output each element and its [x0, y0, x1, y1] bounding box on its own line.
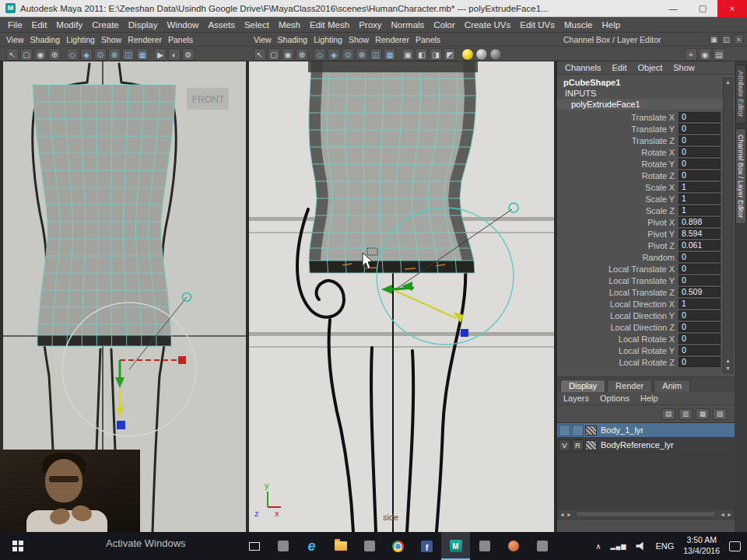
- channel-label[interactable]: Translate Y: [557, 124, 679, 134]
- menu-item[interactable]: Proxy: [354, 20, 386, 30]
- channel-label[interactable]: Rotate Y: [557, 159, 679, 169]
- layer-color-swatch[interactable]: [585, 425, 597, 436]
- viewport-menu-item[interactable]: Show: [345, 35, 372, 44]
- channel-label[interactable]: Local Translate Z: [557, 288, 679, 297]
- channel-value-field[interactable]: 8.594: [679, 229, 721, 239]
- viewport-menu-item[interactable]: Renderer: [124, 35, 165, 44]
- taskbar-app-icon[interactable]: e: [297, 532, 326, 560]
- channel-label[interactable]: Local Rotate Z: [557, 358, 679, 367]
- polygon-mesh-side[interactable]: [309, 61, 476, 273]
- channel-box-menu-item[interactable]: Object: [637, 63, 662, 72]
- channel-label[interactable]: Scale Z: [557, 206, 679, 215]
- channel-label[interactable]: Local Rotate X: [557, 334, 679, 344]
- layer-visibility-toggle[interactable]: V: [559, 439, 570, 451]
- close-button[interactable]: ×: [717, 0, 747, 17]
- channel-value-field[interactable]: 0: [679, 322, 721, 332]
- menu-item[interactable]: Window: [162, 20, 203, 30]
- channel-label[interactable]: Pivot Y: [557, 229, 679, 239]
- menu-item[interactable]: Modify: [51, 20, 87, 30]
- Body_1_lyr[interactable]: Body_1_lyr: [557, 423, 735, 438]
- taskbar-app-icon[interactable]: [326, 532, 355, 560]
- snap-plane-icon[interactable]: ⊗: [356, 48, 368, 61]
- menu-item[interactable]: Edit Mesh: [305, 20, 354, 30]
- taskbar-app-icon[interactable]: f: [412, 532, 441, 560]
- side-viewport[interactable]: y x z side: [249, 61, 554, 532]
- channel-value-field[interactable]: 0: [679, 264, 721, 274]
- render-settings-icon[interactable]: ⚙: [182, 48, 195, 61]
- channel-value-field[interactable]: 0: [679, 252, 721, 262]
- toolbar-icon[interactable]: [150, 48, 153, 61]
- layer-editor-menu-item[interactable]: Help: [640, 394, 658, 403]
- channel-value-field[interactable]: 0: [679, 275, 721, 285]
- make-live-icon[interactable]: ◫: [370, 48, 382, 61]
- menu-item[interactable]: Color: [429, 20, 459, 30]
- taskbar-app-icon[interactable]: [240, 532, 268, 560]
- viewport-menu-item[interactable]: Panels: [165, 35, 196, 44]
- layer-reference-toggle[interactable]: [572, 425, 584, 436]
- channel-value-field[interactable]: 1: [679, 205, 721, 215]
- select-tool-icon[interactable]: ↖: [6, 48, 19, 61]
- menu-item[interactable]: Display: [124, 20, 163, 30]
- channel-value-field[interactable]: 0: [679, 334, 721, 344]
- minimize-button[interactable]: —: [658, 0, 688, 17]
- channel-value-field[interactable]: 0: [679, 135, 721, 145]
- channel-value-field[interactable]: 1: [679, 299, 721, 309]
- select-tool-icon[interactable]: ↖: [254, 48, 266, 61]
- scrollbar-track[interactable]: [576, 511, 716, 517]
- snap-curve-icon[interactable]: ◈: [328, 48, 340, 61]
- channel-value-field[interactable]: 0: [679, 310, 721, 320]
- isolate-select-icon[interactable]: ▣: [402, 48, 414, 61]
- channel-value-field[interactable]: 0: [679, 112, 721, 122]
- move-tool-icon[interactable]: ⊕: [48, 48, 61, 61]
- channel-box-menu-item[interactable]: Edit: [612, 63, 626, 72]
- channel-label[interactable]: Local Direction Y: [557, 311, 679, 320]
- move-layer-up-icon[interactable]: ▦: [696, 408, 710, 420]
- channel-box-menu-item[interactable]: Channels: [565, 63, 601, 72]
- maximize-button[interactable]: ▢: [688, 0, 717, 17]
- channel-label[interactable]: Rotate Z: [557, 171, 679, 180]
- menu-item[interactable]: Edit: [27, 20, 52, 30]
- dock-panel-icon[interactable]: ▣: [709, 34, 719, 44]
- lasso-select-icon[interactable]: ▢: [20, 48, 33, 61]
- layer-color-swatch[interactable]: [585, 440, 597, 450]
- channel-label[interactable]: Random: [557, 253, 679, 262]
- taskbar-app-icon[interactable]: [528, 532, 556, 560]
- paint-select-icon[interactable]: ◉: [34, 48, 47, 61]
- viewport-menu-item[interactable]: Show: [98, 35, 124, 44]
- channel-options-icon[interactable]: ▤: [713, 48, 725, 61]
- float-panel-icon[interactable]: ◱: [721, 34, 731, 44]
- shadows-icon[interactable]: ●: [489, 48, 502, 61]
- side-panel-tab[interactable]: Attribute Editor: [735, 65, 746, 124]
- viewport-menu-item[interactable]: Panels: [412, 35, 444, 44]
- menu-item[interactable]: Edit UVs: [515, 20, 559, 30]
- wireframe-display-icon[interactable]: ◧: [416, 48, 428, 61]
- snap-plane-icon[interactable]: ⊗: [108, 48, 121, 61]
- scroll-left-icon[interactable]: ◄: [559, 512, 565, 517]
- channel-value-field[interactable]: 0: [679, 345, 721, 355]
- empty-layer-icon[interactable]: ▤: [661, 408, 675, 420]
- layer-name[interactable]: Body_1_lyr: [598, 425, 644, 435]
- language-indicator[interactable]: ENG: [655, 541, 674, 551]
- channel-label[interactable]: Local Direction X: [557, 299, 679, 309]
- channel-value-field[interactable]: 0: [679, 170, 721, 180]
- channel-label[interactable]: Local Rotate Y: [557, 346, 679, 355]
- taskbar-app-icon[interactable]: [268, 532, 297, 560]
- channel-value-field[interactable]: 0.509: [679, 287, 721, 297]
- channel-label[interactable]: Pivot X: [557, 218, 679, 227]
- channel-label[interactable]: Local Translate X: [557, 264, 679, 274]
- menu-item[interactable]: File: [3, 20, 27, 30]
- channel-label[interactable]: Local Translate Y: [557, 276, 679, 285]
- channel-box-menu-item[interactable]: Show: [673, 63, 695, 72]
- layer-list-scrollbar[interactable]: ◄ ► ◄ ►: [557, 509, 735, 520]
- shaded-display-icon[interactable]: ◨: [430, 48, 442, 61]
- viewport-menu-item[interactable]: Lighting: [310, 35, 345, 44]
- layer-visibility-toggle[interactable]: [559, 425, 570, 436]
- channel-value-field[interactable]: 0: [679, 159, 721, 169]
- layer-editor-tab[interactable]: Display: [560, 380, 605, 392]
- snap-point-icon[interactable]: ⊙: [342, 48, 354, 61]
- channel-value-field[interactable]: 1: [679, 182, 721, 192]
- start-button[interactable]: [0, 532, 36, 560]
- menu-item[interactable]: Muscle: [559, 20, 597, 30]
- make-live-icon[interactable]: ◫: [122, 48, 135, 61]
- channel-label[interactable]: Pivot Z: [557, 241, 679, 250]
